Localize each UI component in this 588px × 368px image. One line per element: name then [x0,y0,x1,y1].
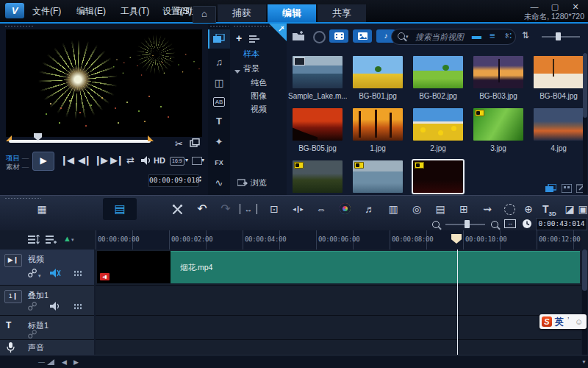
ime-punct-label[interactable]: ’ [567,316,569,325]
preview-timecode[interactable]: 00:00:09:018 [148,174,198,187]
color-grading-icon[interactable] [340,203,351,214]
timeline-scrollbar[interactable] [582,250,587,355]
tab-capture[interactable]: 捕获 [218,4,266,22]
go-end-button[interactable]: ▶❙ [110,152,123,169]
clip-thumbnail[interactable]: ◂▮ [97,251,171,283]
motion-blur-icon[interactable]: ◎ [407,199,426,219]
link-icon[interactable] [28,330,37,339]
enlarge-caret-icon[interactable]: ▾ [201,152,204,169]
link-icon[interactable] [28,269,37,277]
hd-toggle[interactable]: HD [154,152,165,169]
timeline-ruler[interactable]: 00:00:00:00 00:00:02:00 00:00:04:00 00:0… [96,230,581,250]
track-pattern-icon[interactable] [74,270,82,277]
home-icon[interactable]: ⌂ [193,6,216,23]
add-remove-track-icon[interactable] [46,235,57,244]
timeline-clip[interactable]: 烟花.mp4 [171,251,580,283]
pan-zoom-icon[interactable]: ⊕ [519,199,538,219]
ime-lang-label[interactable]: 英 [555,316,564,327]
time-stretch-icon[interactable]: ⇔ [312,199,331,219]
view-thumbnail-icon[interactable]: ∷ [506,29,512,43]
split-scissors-icon[interactable]: ✂ [175,135,183,153]
timecode-spinner[interactable]: ▲▼ [198,175,202,183]
tree-item-solid[interactable]: 纯色 [251,77,267,88]
track-height-ramp-icon[interactable] [47,359,54,365]
library-scrollbar-thumb[interactable] [583,53,587,118]
track-header-voice[interactable]: 声音 [0,340,94,355]
subtitle-editor-icon[interactable]: ▤ [431,199,450,219]
library-scrollbar[interactable] [583,53,587,194]
search-input[interactable] [414,30,498,43]
media-item[interactable] [353,108,403,141]
track-manager-icon[interactable] [28,235,40,244]
tree-item-video[interactable]: 视频 [251,104,267,115]
library-grid-icon[interactable] [562,184,572,193]
menu-tools[interactable]: 工具(T) [121,5,149,18]
screen-capture-icon[interactable]: ▣ [573,199,588,219]
menu-file[interactable]: 文件(F) [32,5,61,18]
menu-edit[interactable]: 编辑(E) [76,5,106,18]
mute-track-icon[interactable] [50,269,61,278]
maximize-button[interactable]: ▢ [547,1,563,12]
track-header-video[interactable]: ▶❙ 视频 ▾ [0,250,94,286]
undo-icon[interactable]: ↶ [193,199,212,219]
volume-icon[interactable] [141,156,151,165]
filter-photo-button[interactable] [353,29,372,43]
scrub-bar[interactable] [9,140,151,143]
redo-icon[interactable]: ↷ [216,199,235,219]
next-frame-button[interactable]: ❙▶ [94,152,107,169]
scroll-left-icon[interactable]: ◀ [62,355,67,368]
track-content-title[interactable] [96,316,581,340]
menu-help[interactable]: 帮助 [176,5,194,18]
split-screen-template-icon[interactable]: ⊞ [454,199,473,219]
nav-motion-path-icon[interactable]: ∿ [208,174,230,193]
media-item[interactable] [534,56,584,88]
panel-grip[interactable] [209,25,229,27]
split-clip-icon[interactable]: ◂❙▸ [288,199,307,219]
timeline-scrollbar-thumb[interactable] [582,250,587,291]
scroll-right-icon[interactable]: ▶ [74,355,79,368]
go-start-button[interactable]: ❙◀ [60,152,73,169]
link-caret-icon[interactable]: ▾ [38,273,41,279]
record-capture-option-icon[interactable]: ⊡ [265,199,284,219]
zoom-out-icon[interactable] [432,221,440,228]
media-item[interactable] [413,108,463,141]
motion-tracking-icon[interactable]: ⇝ [478,199,497,219]
track-height-minus-icon[interactable]: — [38,355,45,368]
browse-icon[interactable] [237,179,248,187]
ime-emoji-icon[interactable]: ☺ [575,316,583,327]
prev-frame-button[interactable]: ◀❙ [78,152,90,169]
mask-creator-icon[interactable] [504,204,515,215]
media-item[interactable] [413,56,463,88]
tools-icon[interactable] [168,199,187,219]
preview-video[interactable] [6,29,202,137]
trim-end-handle[interactable] [148,135,154,141]
storyboard-view-icon[interactable]: ▦ [32,199,51,219]
nav-transition-icon[interactable]: ◫ [208,74,230,93]
add-folder-button[interactable]: + [236,32,242,44]
nav-audio-icon[interactable]: ♫ [208,53,230,72]
snapshot-icon[interactable] [190,138,200,147]
tab-edit[interactable]: 编辑 [268,4,316,22]
media-item[interactable] [293,108,343,141]
media-item-selected[interactable] [413,160,463,193]
enlarge-preview-icon[interactable] [192,157,202,165]
ime-language-bar[interactable]: S 英 ’ ☺ [539,314,587,329]
track-pattern-icon[interactable] [74,303,82,310]
project-duration-clock-icon[interactable] [522,219,532,229]
link-icon[interactable] [28,302,37,311]
tree-expand-icon[interactable] [234,66,240,76]
project-mode-toggle[interactable]: 项目 — [6,154,29,162]
record-import-icon[interactable] [313,31,326,43]
search-caret-icon[interactable]: ▾ [406,34,409,40]
smart-package-icon[interactable] [545,184,556,193]
thumb-size-slider-handle[interactable] [556,32,561,40]
project-duration[interactable]: 0:00:43:014 [536,218,587,230]
sound-mixer-icon[interactable]: ♬ [360,199,379,219]
search-icon[interactable] [398,32,405,40]
sort-icon[interactable]: ⇅ [522,30,529,40]
nav-graphics-icon[interactable]: ✦ [208,132,230,152]
chroma-key-icon[interactable]: ▲▾ [63,234,74,243]
thumb-size-slider[interactable] [542,36,580,38]
clip-mode-toggle[interactable]: 素材 — [6,163,29,171]
minimize-button[interactable]: — [526,1,542,12]
